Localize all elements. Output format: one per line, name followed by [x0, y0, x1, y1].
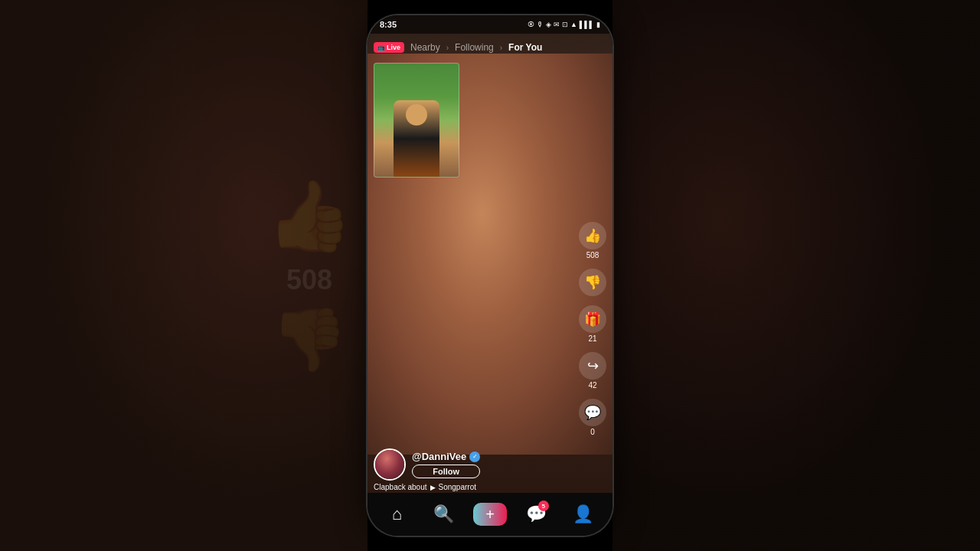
status-time: 8:35 — [380, 20, 397, 29]
search-icon: 🔍 — [433, 504, 454, 524]
share-icon: ↪ — [579, 352, 606, 380]
live-label: Live — [387, 44, 400, 51]
location-icon: ◈ — [546, 21, 551, 28]
bg-thumb-up-icon: 👍 — [266, 176, 352, 256]
thumbs-up-icon: 👍 — [579, 222, 606, 249]
status-icons: ⦿ 🎙 ◈ ✉ ⊡ ▲ ▌▌▌ ▮ — [528, 21, 600, 28]
thumbs-down-icon: 👎 — [579, 269, 606, 296]
user-info-section: @DanniVee ✓ Follow — [374, 448, 567, 481]
nav-sep-2: › — [500, 44, 502, 52]
cast-icon: ⊡ — [562, 21, 568, 28]
song-play-icon: ▶ — [430, 484, 436, 491]
comment-button[interactable]: 💬 0 — [579, 399, 606, 436]
background-right — [612, 0, 980, 551]
wifi-icon: ▲ — [570, 21, 577, 28]
dislike-button[interactable]: 👎 — [579, 269, 606, 296]
status-bar: 8:35 ⦿ 🎙 ◈ ✉ ⊡ ▲ ▌▌▌ ▮ — [368, 15, 612, 34]
pip-video-thumbnail[interactable] — [374, 63, 459, 178]
song-info: Clapback about ▶ Songparrot — [374, 483, 567, 491]
gift-icon: 🎁 — [579, 305, 606, 333]
song-name: Songparrot — [439, 483, 476, 491]
song-prefix: Clapback about — [374, 483, 427, 491]
avatar-image — [375, 450, 404, 479]
signal-icon: ▌▌▌ — [580, 21, 594, 28]
background-left: 👍 508 👎 — [0, 0, 368, 551]
home-icon: ⌂ — [392, 504, 402, 524]
top-navigation: 📺 Live Nearby › Following › For You — [368, 34, 612, 61]
share-button[interactable]: ↪ 42 — [579, 352, 606, 390]
username-text[interactable]: @DanniVee — [412, 451, 466, 462]
username-block: @DanniVee ✓ Follow — [412, 451, 480, 478]
comment-count: 0 — [590, 428, 595, 436]
avatar[interactable] — [374, 448, 406, 481]
battery-icon: ▮ — [596, 21, 600, 28]
messages-nav-button[interactable]: 💬 5 — [520, 497, 554, 531]
gift-count: 21 — [588, 334, 596, 343]
action-buttons: 👍 508 👎 🎁 21 ↪ 42 💬 0 — [579, 222, 606, 436]
profile-nav-button[interactable]: 👤 — [567, 497, 600, 531]
pip-person-head — [406, 104, 427, 126]
search-nav-button[interactable]: 🔍 — [426, 497, 460, 531]
username-row: @DanniVee ✓ — [412, 451, 480, 462]
comment-icon: 💬 — [579, 399, 606, 426]
create-nav-button[interactable]: + — [473, 503, 507, 526]
mic-icon: 🎙 — [537, 21, 544, 28]
tv-icon: 📺 — [377, 44, 385, 51]
tab-following[interactable]: Following — [452, 42, 497, 53]
live-badge: 📺 Live — [374, 42, 404, 53]
share-count: 42 — [588, 381, 596, 390]
gift-button[interactable]: 🎁 21 — [579, 305, 606, 343]
messages-badge: 5 — [538, 500, 549, 511]
like-button[interactable]: 👍 508 — [579, 222, 606, 259]
plus-icon: + — [485, 506, 495, 523]
phone-frame: 8:35 ⦿ 🎙 ◈ ✉ ⊡ ▲ ▌▌▌ ▮ 📺 Live Nearby › F… — [368, 15, 612, 536]
pip-person-figure — [394, 100, 439, 177]
bg-like-count: 508 — [286, 264, 332, 296]
bottom-navigation: ⌂ 🔍 + 💬 5 👤 — [368, 493, 612, 536]
tiktok-icon: ⦿ — [528, 21, 534, 28]
mail-icon: ✉ — [554, 21, 560, 28]
user-row: @DanniVee ✓ Follow — [374, 448, 567, 481]
follow-button[interactable]: Follow — [412, 465, 480, 478]
nav-sep-1: › — [446, 44, 449, 52]
tab-nearby[interactable]: Nearby — [407, 42, 443, 53]
like-count: 508 — [586, 251, 599, 259]
song-text[interactable]: Clapback about ▶ Songparrot — [374, 483, 567, 491]
verified-icon: ✓ — [469, 452, 480, 462]
profile-icon: 👤 — [573, 504, 593, 524]
tab-for-you[interactable]: For You — [505, 42, 545, 53]
home-nav-button[interactable]: ⌂ — [380, 497, 413, 531]
bg-thumb-down-icon: 👎 — [271, 304, 348, 376]
